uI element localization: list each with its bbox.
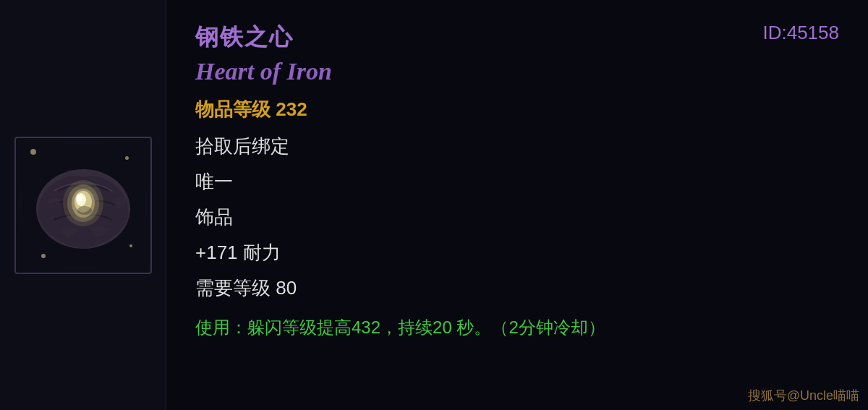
svg-point-8 xyxy=(77,195,80,199)
item-header: 钢铁之心 ID:45158 xyxy=(195,22,839,54)
item-name-cn: 钢铁之心 xyxy=(195,22,294,54)
svg-point-9 xyxy=(77,206,92,215)
particle-3 xyxy=(41,254,46,258)
particle-2 xyxy=(125,156,129,160)
particle-1 xyxy=(30,149,36,155)
item-details-panel: 钢铁之心 ID:45158 Heart of Iron 物品等级 232 拾取后… xyxy=(166,0,868,410)
watermark: 搜狐号@Uncle喵喵 xyxy=(748,387,859,404)
item-slot: 饰品 xyxy=(195,205,839,230)
item-name-en: Heart of Iron xyxy=(195,58,839,85)
item-bind: 拾取后绑定 xyxy=(195,134,839,159)
item-icon-panel xyxy=(0,0,166,410)
particle-4 xyxy=(129,244,132,247)
item-stat: +171 耐力 xyxy=(195,240,839,265)
tooltip-container: 钢铁之心 ID:45158 Heart of Iron 物品等级 232 拾取后… xyxy=(0,0,868,410)
item-req-level: 需要等级 80 xyxy=(195,276,839,301)
item-icon-wrapper xyxy=(14,137,152,274)
item-use: 使用：躲闪等级提高432，持续20 秒。（2分钟冷却） xyxy=(195,315,839,340)
item-level: 物品等级 232 xyxy=(195,97,839,122)
item-unique: 唯一 xyxy=(195,169,839,195)
item-icon-svg xyxy=(22,144,145,267)
item-id: ID:45158 xyxy=(762,22,839,44)
